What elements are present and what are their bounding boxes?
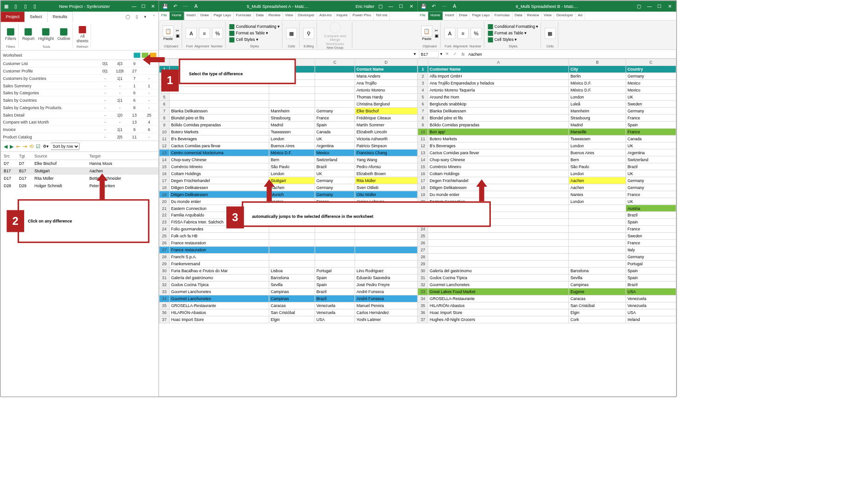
ribbon-tab[interactable]: Draw: [198, 12, 211, 20]
row-header[interactable]: 15: [159, 163, 169, 170]
cell[interactable]: Switzerland: [626, 156, 676, 163]
cell[interactable]: Canada: [315, 128, 355, 135]
minimize-icon[interactable]: —: [645, 3, 653, 9]
cell-styles[interactable]: Cell Styles ▾: [229, 37, 280, 42]
worksheet-list[interactable]: Customer List0|14|39-Customer Profile0|1…: [1, 60, 159, 141]
cell[interactable]: Brazil: [315, 163, 355, 170]
cell[interactable]: [315, 247, 355, 254]
cell[interactable]: Alfa Import GmbH: [428, 72, 569, 79]
row-header[interactable]: 27: [418, 247, 428, 254]
cell[interactable]: Yang Wang: [355, 156, 417, 163]
cell[interactable]: Gourmet Lanchonetes: [169, 295, 269, 302]
ribbon-tab[interactable]: Page Layo: [470, 12, 492, 20]
row-header[interactable]: 36: [159, 309, 169, 316]
paste-button[interactable]: 📋: [421, 26, 432, 37]
cell[interactable]: Spain: [315, 275, 355, 281]
cell[interactable]: [428, 240, 569, 247]
cell[interactable]: [355, 247, 417, 254]
outline-button[interactable]: Outline: [58, 28, 70, 40]
cell[interactable]: Lino Rodriguez: [355, 268, 417, 275]
cell[interactable]: Spain: [626, 268, 676, 275]
worksheet-row[interactable]: Sales by Categories by Products--8-: [1, 104, 159, 111]
cell[interactable]: Italy: [626, 247, 676, 254]
editing-button[interactable]: ⚲: [303, 27, 314, 39]
minimize-icon[interactable]: —: [131, 3, 137, 9]
cell[interactable]: Ana Trujillo Emparedados y helados: [428, 79, 569, 86]
ribbon-tab[interactable]: Formulas: [234, 12, 254, 20]
cell[interactable]: Germany: [315, 184, 355, 191]
cell[interactable]: Venezuela: [626, 302, 676, 309]
cell[interactable]: Bólido Comidas preparadas: [169, 121, 269, 128]
cells-button[interactable]: ▦: [545, 27, 556, 39]
alignment-button[interactable]: ≡: [199, 27, 210, 39]
cell[interactable]: Around the Horn: [428, 93, 569, 100]
ribbon-tab[interactable]: Insert: [443, 12, 457, 20]
cell[interactable]: [269, 247, 315, 254]
cell[interactable]: Germany: [626, 254, 676, 261]
row-header[interactable]: 10: [418, 128, 428, 135]
cell[interactable]: Brazil: [315, 295, 355, 302]
ribbon-tab[interactable]: Inquire: [334, 12, 350, 20]
cell[interactable]: Degen Früchtehandel: [169, 177, 269, 184]
cell[interactable]: Aachen: [569, 184, 626, 191]
cut-icon[interactable]: ✂: [176, 28, 179, 33]
cell[interactable]: [569, 212, 626, 219]
cell[interactable]: Francisco Chang: [355, 149, 417, 156]
font-icon[interactable]: A: [192, 3, 200, 9]
row-header[interactable]: 28: [159, 254, 169, 261]
cell[interactable]: Sven Ottlieb: [355, 184, 417, 191]
cell[interactable]: Aachen: [269, 184, 315, 191]
maximize-icon[interactable]: ☐: [397, 3, 405, 9]
cell[interactable]: Elizabeth Brown: [355, 170, 417, 177]
cell[interactable]: Campinas: [269, 295, 315, 302]
row-header[interactable]: 15: [418, 163, 428, 170]
cell[interactable]: Tsawassen: [269, 128, 315, 135]
row-header[interactable]: 37: [418, 316, 428, 323]
cell[interactable]: Campinas: [569, 281, 626, 288]
cell[interactable]: Elgin: [269, 316, 315, 323]
row-header[interactable]: 19: [418, 191, 428, 198]
cell[interactable]: HILARIÓN-Abastos: [428, 302, 569, 309]
maximize-icon[interactable]: ☐: [140, 3, 147, 9]
cell[interactable]: Hoac Import Store: [428, 309, 569, 316]
cell[interactable]: France: [626, 128, 676, 135]
maximize-icon[interactable]: ☐: [656, 3, 664, 9]
row-header[interactable]: 21: [159, 205, 169, 212]
ribbon-tab[interactable]: View: [542, 12, 554, 20]
cell[interactable]: Cactus Comidas para llevar: [169, 142, 269, 149]
cell[interactable]: Brazil: [626, 281, 676, 288]
cell[interactable]: Dittgen Delikatessen: [428, 184, 569, 191]
row-header[interactable]: 22: [159, 212, 169, 219]
cell[interactable]: Munich: [269, 191, 315, 198]
ribbon-tab[interactable]: Tell me: [374, 12, 390, 20]
cell[interactable]: México D.F.: [269, 149, 315, 156]
cell[interactable]: Berlin: [569, 72, 626, 79]
row-header[interactable]: 13: [159, 149, 169, 156]
cell[interactable]: Lisboa: [269, 268, 315, 275]
fx-icon[interactable]: fx: [459, 52, 467, 56]
tab-file[interactable]: File: [417, 12, 428, 20]
cell[interactable]: Germany: [626, 107, 676, 114]
formula-value[interactable]: Aachen: [469, 52, 675, 56]
layout-icon[interactable]: ▯: [32, 3, 38, 9]
cell[interactable]: Victoria Ashworth: [355, 135, 417, 142]
cell[interactable]: Berglunds snabbköp: [428, 100, 569, 107]
cell[interactable]: [315, 261, 355, 268]
row-header[interactable]: 17: [418, 177, 428, 184]
row-header[interactable]: 1: [418, 65, 428, 72]
row-header[interactable]: 8: [159, 114, 169, 121]
cell[interactable]: France restauration: [169, 247, 269, 254]
row-header[interactable]: 34: [418, 295, 428, 302]
cell[interactable]: Buenos Aires: [569, 149, 626, 156]
cell[interactable]: Spain: [315, 121, 355, 128]
cell[interactable]: San Cristóbal: [569, 302, 626, 309]
row-header[interactable]: 14: [418, 156, 428, 163]
row-header[interactable]: 23: [159, 219, 169, 226]
worksheet-row[interactable]: Customer Profile0|112|827: [1, 67, 159, 75]
nav-icon[interactable]: ⇥: [23, 144, 27, 150]
cell[interactable]: Comércio Mineiro: [428, 163, 569, 170]
cell[interactable]: Marseille: [569, 128, 626, 135]
cell[interactable]: Bern: [569, 156, 626, 163]
cell[interactable]: UK: [315, 135, 355, 142]
cell[interactable]: Germany: [315, 191, 355, 198]
